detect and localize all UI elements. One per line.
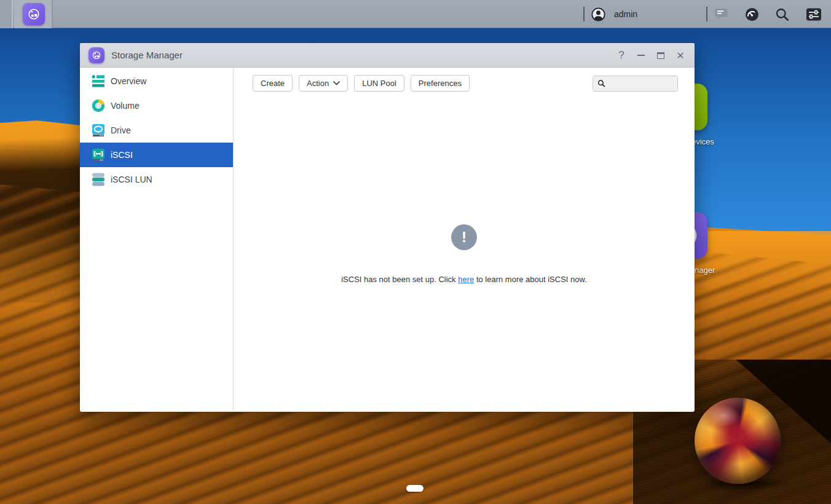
sidebar-item-overview[interactable]: Overview: [80, 69, 233, 93]
sidebar-item-drive[interactable]: Drive: [80, 118, 233, 143]
search-input[interactable]: [609, 79, 673, 88]
learn-more-link[interactable]: here: [458, 275, 474, 284]
maximize-icon: [657, 52, 664, 59]
action-dropdown-button[interactable]: Action: [299, 75, 348, 92]
alert-circle-icon: !: [451, 224, 477, 250]
sidebar-item-label: Drive: [111, 125, 131, 135]
storage-manager-window: Storage Manager ? ✕: [80, 43, 695, 412]
overview-icon: [91, 74, 106, 89]
lun-pool-button[interactable]: LUN Pool: [354, 75, 404, 92]
sidebar-item-volume[interactable]: Volume: [80, 93, 233, 118]
taskbar: admin: [0, 0, 831, 28]
notifications-icon[interactable]: [714, 0, 729, 28]
taskbar-left-segment[interactable]: [0, 0, 13, 28]
preferences-button[interactable]: Preferences: [411, 75, 470, 92]
minimize-button[interactable]: [636, 50, 647, 61]
chevron-down-icon: [333, 81, 340, 85]
iscsi-icon: [91, 148, 106, 162]
app-launcher-icon[interactable]: [23, 3, 45, 25]
taskbar-divider: [583, 7, 585, 22]
sidebar-item-iscsi[interactable]: iSCSI: [80, 143, 233, 167]
sidebar-item-iscsi-lun[interactable]: iSCSI LUN: [80, 167, 233, 192]
brand-logo-3d: [695, 398, 781, 484]
sidebar-item-label: Volume: [111, 101, 140, 111]
taskbar-divider: [706, 7, 707, 22]
empty-state-message: iSCSI has not been set up. Click here to…: [234, 275, 695, 284]
volume-icon: [91, 98, 106, 113]
close-button[interactable]: ✕: [675, 50, 686, 61]
minimize-icon: [637, 55, 645, 56]
user-name[interactable]: admin: [614, 0, 637, 28]
iscsi-panel: Create Action LUN Pool Preferences: [234, 68, 695, 411]
storage-manager-icon: [89, 47, 104, 63]
desktop: External Devices Storage Manager: [0, 0, 831, 504]
iscsi-lun-icon: [91, 172, 106, 187]
sidebar-item-label: iSCSI LUN: [111, 175, 152, 184]
dock-handle[interactable]: [406, 485, 423, 492]
task-switcher-icon[interactable]: [806, 0, 822, 28]
drive-icon: [91, 123, 106, 138]
maximize-button[interactable]: [655, 50, 666, 61]
help-button[interactable]: ?: [616, 50, 627, 61]
sidebar: Overview Volume: [80, 68, 234, 411]
window-title: Storage Manager: [111, 50, 183, 60]
system-monitor-icon[interactable]: [745, 0, 759, 28]
sidebar-item-label: Overview: [111, 76, 146, 86]
search-icon[interactable]: [775, 0, 789, 28]
create-button[interactable]: Create: [253, 75, 293, 92]
user-avatar-icon[interactable]: [591, 0, 605, 28]
sidebar-item-label: iSCSI: [111, 150, 133, 160]
search-icon: [597, 79, 605, 88]
toolbar: Create Action LUN Pool Preferences: [253, 75, 678, 92]
search-box[interactable]: [593, 76, 678, 92]
window-titlebar[interactable]: Storage Manager ? ✕: [80, 43, 695, 68]
